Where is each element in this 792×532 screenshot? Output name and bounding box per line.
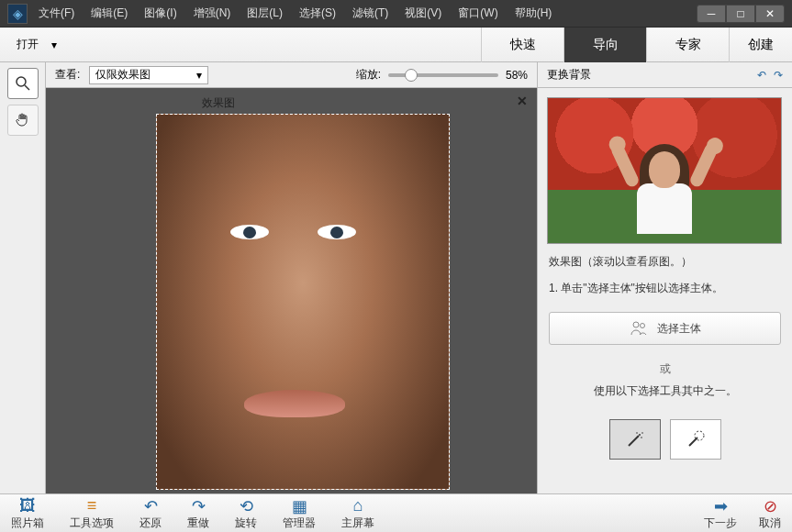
svg-point-7: [641, 437, 642, 438]
view-label: 查看:: [55, 67, 80, 83]
photo-bin-button[interactable]: 🖼 照片箱: [11, 496, 44, 531]
app-icon: ◈: [7, 4, 28, 24]
svg-point-8: [636, 432, 638, 434]
mode-toolbar: 打开 ▾ 快速 导向 专家 创建: [0, 28, 792, 62]
view-select-value: 仅限效果图: [95, 67, 151, 83]
select-subject-label: 选择主体: [657, 321, 701, 337]
canvas-header: 查看: 仅限效果图 ▾ 缩放: 58%: [46, 62, 537, 88]
redo-arrow-icon: ↷: [192, 496, 206, 515]
wand-icon: [624, 428, 646, 450]
svg-point-5: [639, 434, 641, 436]
canvas-area: 查看: 仅限效果图 ▾ 缩放: 58% 效果图 ✕: [46, 62, 537, 493]
people-icon: [630, 321, 648, 336]
magnifier-icon: [14, 74, 32, 93]
zoom-thumb[interactable]: [405, 69, 418, 82]
panel-step1: 1. 单击"选择主体"按钮以选择主体。: [538, 280, 792, 306]
svg-point-6: [641, 432, 643, 434]
zoom-tool[interactable]: [7, 68, 39, 99]
mode-expert[interactable]: 专家: [646, 28, 729, 62]
mode-tabs: 快速 导向 专家: [481, 28, 729, 62]
select-subject-button[interactable]: 选择主体: [549, 312, 781, 345]
create-button[interactable]: 创建: [729, 28, 792, 62]
mode-quick[interactable]: 快速: [481, 28, 563, 62]
zoom-label: 缩放:: [356, 67, 381, 83]
undo-arrow-icon: ↶: [144, 496, 158, 515]
tool-column: [0, 62, 46, 493]
hand-tool[interactable]: [7, 105, 39, 136]
menu-help[interactable]: 帮助(H): [515, 6, 552, 21]
face-eye-right: [318, 225, 356, 239]
menu-enhance[interactable]: 增强(N): [194, 6, 231, 21]
svg-line-4: [629, 436, 639, 446]
wand-dashed-icon: [685, 428, 707, 450]
menu-image[interactable]: 图像(I): [144, 6, 176, 21]
menu-edit[interactable]: 编辑(E): [91, 6, 128, 21]
menu-filter[interactable]: 滤镜(T): [352, 6, 388, 21]
organizer-button[interactable]: ▦ 管理器: [283, 496, 316, 531]
mode-guided[interactable]: 导向: [563, 28, 646, 62]
chevron-down-icon: ▾: [51, 39, 57, 51]
menu-file[interactable]: 文件(F): [39, 6, 74, 21]
sample-image[interactable]: [547, 97, 782, 244]
cancel-label: 取消: [759, 515, 781, 531]
canvas-close[interactable]: ✕: [517, 94, 528, 108]
home-label: 主屏幕: [341, 515, 374, 531]
sample-person: [614, 124, 715, 234]
grid-icon: ▦: [292, 496, 307, 515]
photo-bin-icon: 🖼: [19, 496, 36, 515]
chevron-down-icon: ▾: [196, 69, 202, 82]
menu-view[interactable]: 视图(V): [405, 6, 441, 21]
minimize-button[interactable]: ─: [697, 5, 726, 23]
selection-tools: [538, 419, 792, 460]
window-controls: ─ □ ✕: [697, 5, 785, 23]
alt-tools-text: 使用以下选择工具其中之一。: [538, 382, 792, 409]
undo-label: 还原: [139, 515, 162, 531]
cancel-icon: ⊘: [764, 496, 777, 515]
rotate-button[interactable]: ⟲ 旋转: [235, 496, 257, 531]
canvas-image[interactable]: [156, 114, 450, 490]
open-button[interactable]: 打开 ▾: [0, 37, 73, 52]
panel-hint: 效果图（滚动以查看原图。）: [538, 253, 792, 280]
face-eye-left: [230, 225, 269, 239]
panel-title: 更换背景: [547, 67, 591, 83]
svg-point-3: [640, 324, 644, 328]
menu-select[interactable]: 选择(S): [299, 6, 336, 21]
face-shading: [157, 115, 449, 489]
cancel-button[interactable]: ⊘ 取消: [759, 496, 781, 531]
menu-layer[interactable]: 图层(L): [247, 6, 283, 21]
tool-options-button[interactable]: ≡ 工具选项: [70, 496, 114, 531]
next-label: 下一步: [704, 515, 737, 531]
svg-point-0: [17, 77, 26, 86]
hand-icon: [14, 111, 32, 129]
maximize-button[interactable]: □: [726, 5, 755, 23]
menubar: ◈ 文件(F) 编辑(E) 图像(I) 增强(N) 图层(L) 选择(S) 滤镜…: [0, 0, 792, 28]
redo-button[interactable]: ↷ 重做: [187, 496, 209, 531]
home-button[interactable]: ⌂ 主屏幕: [341, 496, 374, 531]
menu-items: 文件(F) 编辑(E) 图像(I) 增强(N) 图层(L) 选择(S) 滤镜(T…: [39, 6, 697, 21]
undo-icon[interactable]: ↶: [757, 69, 766, 82]
quick-select-tool[interactable]: [609, 419, 661, 460]
organizer-label: 管理器: [283, 515, 316, 531]
brush-select-tool[interactable]: [670, 419, 721, 460]
zoom-area: 缩放: 58%: [356, 67, 528, 83]
tool-options-label: 工具选项: [70, 515, 114, 531]
view-select[interactable]: 仅限效果图 ▾: [89, 66, 208, 84]
svg-line-9: [689, 438, 697, 446]
panel-header: 更换背景 ↶ ↷: [538, 62, 792, 88]
arrow-right-icon: ➡: [714, 496, 728, 515]
redo-icon[interactable]: ↷: [774, 69, 783, 82]
canvas-title: 效果图: [202, 95, 235, 111]
next-button[interactable]: ➡ 下一步: [704, 496, 737, 531]
or-text: 或: [538, 361, 792, 377]
undo-button[interactable]: ↶ 还原: [139, 496, 162, 531]
zoom-slider[interactable]: [388, 73, 498, 77]
rotate-icon: ⟲: [240, 496, 253, 515]
close-button[interactable]: ✕: [755, 5, 785, 23]
guide-panel: 更换背景 ↶ ↷ 效果图（滚动以查看原图。） 1. 单击"选择主体"按钮以选择主…: [537, 62, 792, 493]
zoom-value: 58%: [506, 69, 528, 82]
menu-window[interactable]: 窗口(W): [458, 6, 497, 21]
face-lips: [244, 390, 345, 417]
svg-line-1: [25, 85, 29, 90]
sliders-icon: ≡: [87, 496, 97, 515]
svg-point-2: [633, 322, 639, 327]
